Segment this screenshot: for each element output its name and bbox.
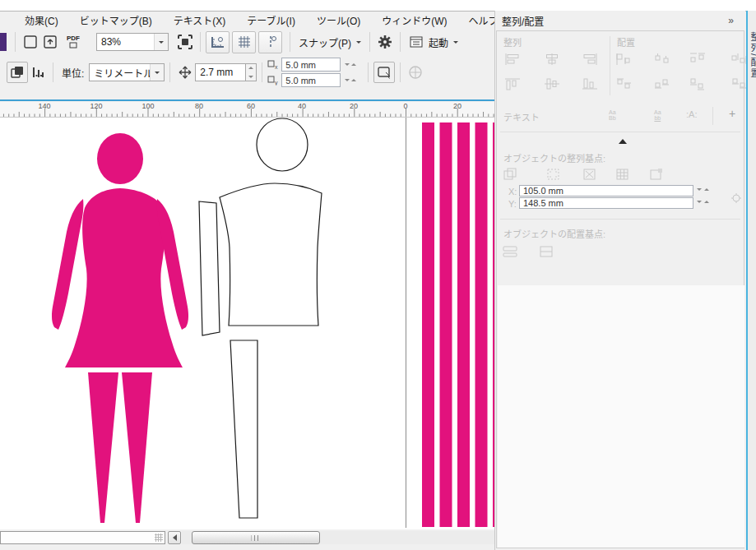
ruler-tick-label: 0	[403, 102, 407, 110]
menu-tools[interactable]: ツール(O)	[317, 13, 360, 27]
ruler-tick-label: 20	[453, 102, 461, 110]
toolbar-separator	[400, 62, 401, 82]
docker-rollup-button[interactable]: »	[728, 15, 739, 26]
svg-text:x: x	[275, 64, 278, 70]
specify-point-target-icon[interactable]	[726, 190, 747, 206]
align-bottom-button[interactable]	[579, 76, 601, 92]
docker-tab-strip[interactable]: 整列/配置	[746, 11, 756, 550]
units-value: ミリメートル	[90, 66, 150, 80]
collapse-section-arrow[interactable]	[619, 139, 627, 144]
show-rulers-toggle[interactable]	[206, 31, 230, 53]
document-window-top-edge	[0, 99, 494, 101]
toolbar-separator	[200, 32, 201, 52]
docker-empty-area	[498, 285, 744, 548]
origin-active-objects-button[interactable]	[500, 166, 522, 183]
nudge-distance-field[interactable]: 2.7 mm	[195, 63, 246, 81]
duplicate-y-field[interactable]: 5.0 mm	[281, 73, 341, 87]
pdf-icon: PDF	[67, 35, 80, 42]
publish-to-pdf-button[interactable]: PDF	[63, 32, 83, 52]
align-last-baseline-button[interactable]: Aabb	[654, 109, 661, 121]
x-coordinate-field[interactable]: 105.0 mm	[519, 185, 693, 196]
duplicate-y-icon: y	[267, 76, 279, 86]
scroll-left-button[interactable]	[168, 531, 181, 544]
nudge-offset-icon	[175, 62, 195, 82]
import-button[interactable]	[21, 32, 40, 52]
treat-objects-icon-button[interactable]	[7, 62, 28, 83]
nudge-spinner[interactable]	[246, 63, 257, 81]
menu-window[interactable]: ウィンドウ(W)	[382, 13, 447, 27]
page-artwork	[0, 118, 494, 529]
female-figure	[52, 133, 188, 523]
units-dropdown-button[interactable]	[150, 64, 164, 81]
duplicate-y-spinner[interactable]	[345, 79, 356, 81]
document-navigator-bar[interactable]	[0, 531, 165, 544]
origin-grid-button[interactable]	[612, 166, 633, 183]
ruler-tick-label: 20	[350, 102, 358, 110]
units-combo[interactable]: ミリメートル	[89, 63, 165, 81]
clipped-tool-icon[interactable]	[0, 33, 7, 51]
options-button[interactable]	[375, 32, 395, 52]
toolbar-separator	[169, 62, 170, 82]
origin-specified-point-button[interactable]	[646, 166, 667, 183]
docker-titlebar[interactable]: 整列/配置 »	[495, 11, 745, 30]
align-center-h-button[interactable]	[541, 51, 563, 67]
distribute-top-button[interactable]	[614, 76, 635, 92]
resize-grip[interactable]	[155, 534, 163, 542]
object-sizes-icon-button[interactable]	[28, 62, 48, 82]
section-separator	[500, 219, 740, 220]
zoom-level-combo[interactable]: 83%	[96, 33, 169, 51]
docker-side-tab[interactable]: 整列/配置	[748, 32, 756, 79]
svg-text:y: y	[275, 80, 278, 86]
drawing-canvas[interactable]	[0, 118, 494, 529]
align-first-baseline-button[interactable]: AaBb	[609, 109, 616, 121]
fullscreen-preview-button[interactable]	[175, 32, 195, 52]
distribute-spacing-v-button[interactable]	[687, 76, 708, 92]
export-button[interactable]	[40, 32, 60, 52]
distribute-origin-label: オブジェクトの配置基点:	[503, 227, 605, 240]
launch-dropdown[interactable]: 起動	[406, 32, 461, 52]
units-label: 単位:	[62, 66, 84, 80]
y-spinner[interactable]	[697, 201, 709, 203]
snap-to-dropdown[interactable]: スナップ(P)	[295, 32, 364, 52]
distribute-left-button[interactable]	[614, 51, 635, 67]
toolbar-separator	[290, 32, 290, 52]
menu-table[interactable]: テーブル(I)	[247, 13, 295, 27]
duplicate-distance-group: x 5.0 mm y 5.0 mm	[267, 58, 356, 87]
horizontal-ruler[interactable]: 14012010080604020020	[0, 102, 494, 118]
align-center-v-button[interactable]	[541, 76, 563, 92]
nudge-distance-value: 2.7 mm	[196, 67, 245, 78]
align-left-button[interactable]	[502, 51, 523, 67]
align-top-button[interactable]	[502, 76, 523, 92]
toolbar-separator	[400, 32, 401, 52]
duplicate-x-spinner[interactable]	[345, 63, 356, 66]
distribute-extent-selection-button[interactable]	[500, 243, 522, 260]
duplicate-x-field[interactable]: 5.0 mm	[281, 58, 341, 72]
y-coordinate-field[interactable]: 148.5 mm	[519, 197, 693, 209]
menu-bitmaps[interactable]: ビットマップ(B)	[80, 13, 152, 27]
align-origin-label: オブジェクトの整列基点:	[503, 151, 605, 164]
male-outline-figure	[199, 118, 322, 518]
add-alignment-icon[interactable]: +	[729, 108, 735, 119]
text-divider	[712, 107, 713, 125]
snap-to-label: スナップ(P)	[299, 35, 351, 49]
x-spinner[interactable]	[697, 188, 709, 191]
distribute-center-h-button[interactable]	[652, 51, 673, 67]
align-bounding-box-button[interactable]: :A:	[686, 110, 697, 119]
menu-effects[interactable]: 効果(C)	[25, 13, 58, 27]
hscrollbar-thumb[interactable]	[192, 531, 320, 544]
show-guidelines-toggle[interactable]	[258, 31, 282, 53]
menu-text[interactable]: テキスト(X)	[174, 13, 226, 27]
origin-page-edge-button[interactable]	[543, 166, 564, 183]
center-of-rotation-button-disabled[interactable]	[406, 62, 425, 82]
distribute-extent-page-button[interactable]	[536, 243, 558, 260]
app-window: { "colors": { "pink": "#e2127d", "accent…	[0, 0, 756, 550]
distribute-center-v-button[interactable]	[652, 76, 673, 92]
treat-as-filled-toggle[interactable]	[373, 62, 395, 83]
zoom-dropdown-button[interactable]	[154, 34, 168, 50]
text-group-label: テキスト	[503, 110, 540, 123]
origin-page-center-button[interactable]	[579, 166, 601, 183]
align-right-button[interactable]	[579, 51, 601, 67]
toolbar-separator	[369, 32, 370, 52]
distribute-spacing-h-button[interactable]	[687, 51, 708, 67]
show-grid-toggle[interactable]	[232, 31, 256, 53]
